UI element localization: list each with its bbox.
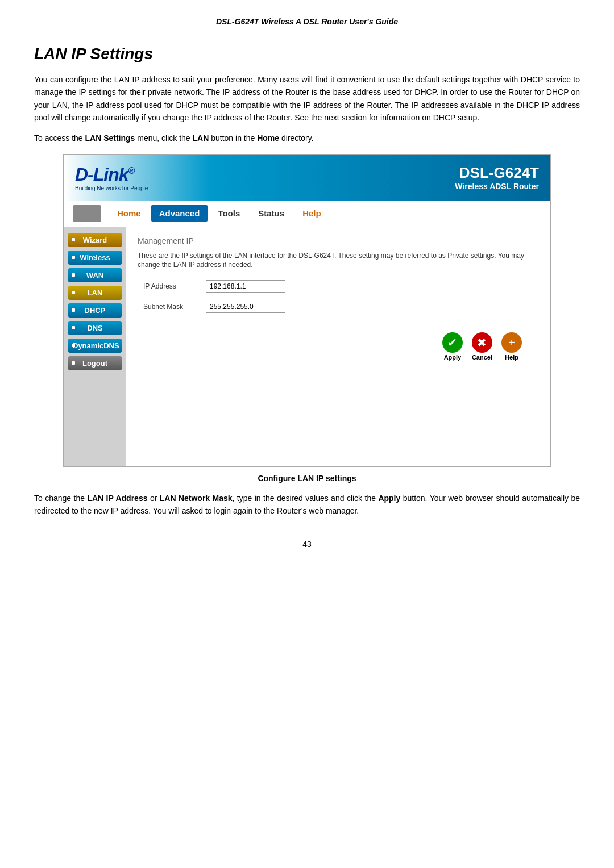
- subnet-mask-row: Subnet Mask: [138, 301, 539, 313]
- action-buttons: ✔ Apply ✖ Cancel + Help: [138, 321, 539, 366]
- sidebar-item-wireless[interactable]: Wireless: [68, 251, 122, 265]
- router-body: Wizard Wireless WAN LAN DHCP DNS Dynamic…: [64, 227, 550, 466]
- cancel-label: Cancel: [472, 354, 492, 361]
- sidebar-item-dynamicdns[interactable]: DynamicDNS: [68, 339, 122, 353]
- router-device-icon: [73, 205, 101, 222]
- main-content: Management IP These are the IP settings …: [126, 227, 550, 466]
- help-label: Help: [505, 354, 518, 361]
- doc-header: DSL-G624T Wireless A DSL Router User's G…: [34, 17, 580, 31]
- sidebar-item-lan[interactable]: LAN: [68, 286, 122, 300]
- page-title: LAN IP Settings: [34, 45, 580, 63]
- apply-label: Apply: [444, 354, 462, 361]
- nav-advanced[interactable]: Advanced: [151, 205, 208, 222]
- sidebar-item-wizard[interactable]: Wizard: [68, 233, 122, 247]
- router-model: DSL-G624T Wireless ADSL Router: [455, 164, 539, 191]
- help-icon: +: [501, 332, 522, 353]
- section-desc: These are the IP settings of the LAN int…: [138, 251, 539, 270]
- router-header: D-Link® Building Networks for People DSL…: [64, 155, 550, 201]
- apply-icon: ✔: [442, 332, 463, 353]
- ip-address-label: IP Address: [143, 282, 206, 290]
- intro-paragraph: You can configure the LAN IP address to …: [34, 73, 580, 124]
- router-nav-bar: Home Advanced Tools Status Help: [64, 201, 550, 227]
- section-title: Management IP: [138, 236, 539, 245]
- sidebar: Wizard Wireless WAN LAN DHCP DNS Dynamic…: [64, 227, 126, 466]
- bottom-paragraph: To change the LAN IP Address or LAN Netw…: [34, 492, 580, 518]
- dlink-brand: D-Link®: [75, 164, 148, 185]
- ip-address-input[interactable]: [206, 280, 285, 293]
- sidebar-item-wan[interactable]: WAN: [68, 268, 122, 282]
- router-ui-screenshot: D-Link® Building Networks for People DSL…: [63, 154, 551, 467]
- subnet-mask-label: Subnet Mask: [143, 303, 206, 311]
- ip-address-row: IP Address: [138, 280, 539, 293]
- cancel-button[interactable]: ✖ Cancel: [472, 332, 492, 361]
- help-button[interactable]: + Help: [501, 332, 522, 361]
- cancel-icon: ✖: [472, 332, 492, 353]
- sidebar-item-dhcp[interactable]: DHCP: [68, 303, 122, 318]
- access-text: To access the LAN Settings menu, click t…: [34, 133, 580, 143]
- apply-button[interactable]: ✔ Apply: [442, 332, 463, 361]
- subnet-mask-input[interactable]: [206, 301, 285, 313]
- sidebar-item-logout[interactable]: Logout: [68, 356, 122, 370]
- nav-help[interactable]: Help: [294, 205, 329, 222]
- sidebar-item-dns[interactable]: DNS: [68, 321, 122, 335]
- caption: Configure LAN IP settings: [34, 474, 580, 483]
- page-number: 43: [34, 540, 580, 549]
- nav-home[interactable]: Home: [109, 205, 149, 222]
- dlink-tagline: Building Networks for People: [75, 185, 148, 191]
- dlink-logo: D-Link® Building Networks for People: [75, 164, 148, 191]
- nav-status[interactable]: Status: [250, 205, 292, 222]
- nav-tools[interactable]: Tools: [210, 205, 248, 222]
